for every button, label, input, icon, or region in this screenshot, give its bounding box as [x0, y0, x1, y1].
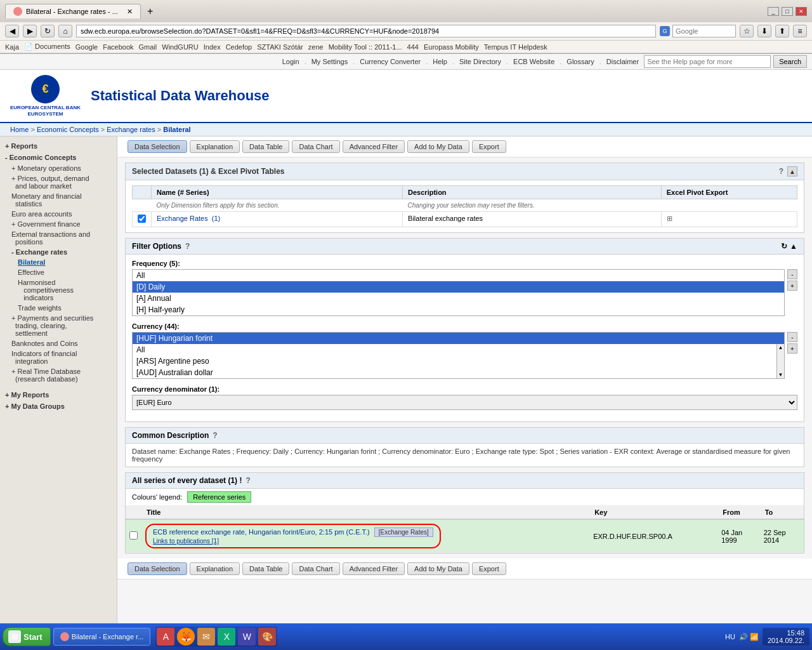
top-search-input[interactable]: [644, 55, 771, 68]
data-table-button[interactable]: Data Table: [242, 140, 289, 153]
currency-option-all[interactable]: All: [133, 344, 776, 355]
tab-close-icon[interactable]: ✕: [127, 8, 133, 16]
bookmark-google[interactable]: Google: [75, 43, 98, 51]
maximize-button[interactable]: □: [782, 7, 793, 16]
taskbar-browser-item[interactable]: Bilateral - Exchange r...: [53, 628, 151, 646]
bookmark-tempus[interactable]: Tempus IT Helpdesk: [484, 43, 547, 51]
sidebar-monetary-operations[interactable]: + Monetary operations: [0, 163, 117, 173]
bookmarks-star[interactable]: ☆: [740, 25, 754, 37]
help-link[interactable]: Help: [433, 58, 447, 65]
currency-option-ars[interactable]: [ARS] Argentine peso: [133, 355, 776, 367]
data-selection-button-bottom[interactable]: Data Selection: [128, 562, 187, 575]
data-table-button-bottom[interactable]: Data Table: [242, 562, 289, 575]
freq-option-annual[interactable]: [A] Annual: [133, 293, 784, 304]
taskbar-app5[interactable]: W: [238, 628, 256, 646]
advanced-filter-button-bottom[interactable]: Advanced Filter: [343, 562, 405, 575]
sidebar-financial-integration[interactable]: Indicators of financial integration: [0, 348, 117, 366]
sidebar-bilateral[interactable]: Bilateral: [0, 257, 117, 267]
bookmark-documents[interactable]: 📄 Documents: [24, 43, 70, 51]
currency-scroll-down[interactable]: ▼: [778, 372, 783, 378]
datasets-help-icon[interactable]: ?: [779, 167, 783, 176]
bookmark-facebook[interactable]: Facebook: [103, 43, 133, 51]
series-title-link[interactable]: ECB reference exchange rate, Hungarian f…: [153, 528, 370, 536]
home-button[interactable]: ⌂: [58, 25, 72, 37]
data-chart-button-bottom[interactable]: Data Chart: [292, 562, 339, 575]
sync-button[interactable]: ⬆: [775, 25, 789, 37]
data-chart-button[interactable]: Data Chart: [292, 140, 339, 153]
close-button[interactable]: ✕: [796, 7, 807, 16]
freq-option-daily[interactable]: [D] Daily: [133, 281, 784, 293]
bookmark-cedefop[interactable]: Cedefop: [226, 43, 252, 51]
breadcrumb-economic-concepts[interactable]: Economic Concepts: [37, 126, 99, 133]
sidebar-government-finance[interactable]: + Government finance: [0, 219, 117, 229]
breadcrumb-exchange-rates[interactable]: Exchange rates: [107, 126, 155, 133]
bookmark-sztaki[interactable]: SZTAKI Szótár: [257, 43, 303, 51]
sidebar-monetary-financial[interactable]: Monetary and financial statistics: [0, 191, 117, 209]
sidebar-external-transactions[interactable]: External transactions and positions: [0, 229, 117, 247]
sidebar-reports[interactable]: Reports: [0, 140, 117, 152]
explanation-button[interactable]: Explanation: [190, 140, 240, 153]
new-tab-button[interactable]: +: [147, 6, 153, 17]
taskbar-app2[interactable]: 🦊: [177, 628, 195, 646]
refresh-button[interactable]: ↻: [41, 25, 55, 37]
minimize-button[interactable]: _: [768, 7, 779, 16]
ecb-website-link[interactable]: ECB Website: [513, 58, 554, 65]
address-bar[interactable]: [76, 25, 656, 37]
sidebar-real-time-db[interactable]: + Real Time Database (research database): [0, 366, 117, 384]
taskbar-app4[interactable]: X: [218, 628, 235, 646]
sidebar-exchange-rates[interactable]: - Exchange rates: [0, 247, 117, 257]
dataset-pivot[interactable]: ⊞: [661, 212, 797, 227]
frequency-listbox[interactable]: All [D] Daily [A] Annual [H] Half-yearly: [132, 269, 785, 316]
currency-denominator-select[interactable]: [EUR] Euro: [132, 395, 797, 410]
back-button[interactable]: ◀: [5, 25, 19, 37]
currency-scroll-up[interactable]: ▲: [778, 345, 783, 350]
menu-button[interactable]: ≡: [793, 25, 807, 37]
browser-tab[interactable]: Bilateral - Exchange rates - ... ✕: [5, 4, 141, 18]
breadcrumb-home[interactable]: Home: [10, 126, 29, 133]
explanation-button-bottom[interactable]: Explanation: [190, 562, 240, 575]
bookmark-zene[interactable]: zene: [308, 43, 324, 51]
sidebar-euro-area-accounts[interactable]: Euro area accounts: [0, 209, 117, 219]
freq-option-all[interactable]: All: [133, 270, 784, 281]
bookmark-mobility[interactable]: Mobility Tool :: 2011-1...: [329, 43, 402, 51]
nav-search-input[interactable]: [672, 25, 736, 37]
datasets-collapse-btn[interactable]: ▲: [787, 166, 797, 176]
filter-collapse-btn[interactable]: ▲: [790, 242, 797, 251]
data-selection-button[interactable]: Data Selection: [128, 140, 187, 153]
common-description-help-icon[interactable]: ?: [213, 431, 217, 440]
my-settings-link[interactable]: My Settings: [311, 58, 348, 65]
bookmark-europass[interactable]: Europass Mobility: [424, 43, 479, 51]
login-link[interactable]: Login: [282, 58, 299, 65]
taskbar-app6[interactable]: 🎨: [258, 628, 276, 646]
freq-minus-btn[interactable]: -: [787, 269, 797, 279]
taskbar-app1[interactable]: A: [157, 628, 174, 646]
top-search-button[interactable]: Search: [773, 55, 807, 68]
add-to-my-data-button-bottom[interactable]: Add to My Data: [407, 562, 469, 575]
add-to-my-data-button[interactable]: Add to My Data: [407, 140, 469, 153]
bookmark-gmail[interactable]: Gmail: [139, 43, 157, 51]
all-series-help-icon[interactable]: ?: [246, 476, 250, 485]
pub-link[interactable]: Links to publications [1]: [153, 538, 219, 545]
taskbar-app3[interactable]: ✉: [197, 628, 215, 646]
disclaimer-link[interactable]: Disclaimer: [606, 58, 639, 65]
start-button[interactable]: ⊞ Start: [3, 627, 51, 646]
sidebar-trade-weights[interactable]: Trade weights: [0, 303, 117, 313]
glossary-link[interactable]: Glossary: [566, 58, 594, 65]
download-button[interactable]: ⬇: [757, 25, 771, 37]
bookmark-444[interactable]: 444: [407, 43, 419, 51]
currency-converter-link[interactable]: Currency Converter: [360, 58, 421, 65]
dataset-checkbox[interactable]: [138, 215, 146, 223]
sidebar-my-reports[interactable]: My Reports: [0, 389, 117, 401]
freq-plus-btn[interactable]: +: [787, 281, 797, 291]
bookmark-index[interactable]: Index: [204, 43, 221, 51]
export-button-bottom[interactable]: Export: [472, 562, 506, 575]
currency-option-huf[interactable]: [HUF] Hungarian forint: [133, 333, 784, 344]
filter-refresh-btn[interactable]: ↻: [781, 242, 787, 251]
advanced-filter-button[interactable]: Advanced Filter: [343, 140, 405, 153]
forward-button[interactable]: ▶: [23, 25, 37, 37]
sidebar-economic-concepts[interactable]: Economic Concepts: [0, 152, 117, 163]
filter-help-icon[interactable]: ?: [185, 242, 190, 251]
sidebar-harmonised[interactable]: Harmonised competitiveness indicators: [0, 277, 117, 303]
site-directory-link[interactable]: Site Directory: [459, 58, 501, 65]
dataset-name[interactable]: Exchange Rates (1): [152, 212, 403, 227]
